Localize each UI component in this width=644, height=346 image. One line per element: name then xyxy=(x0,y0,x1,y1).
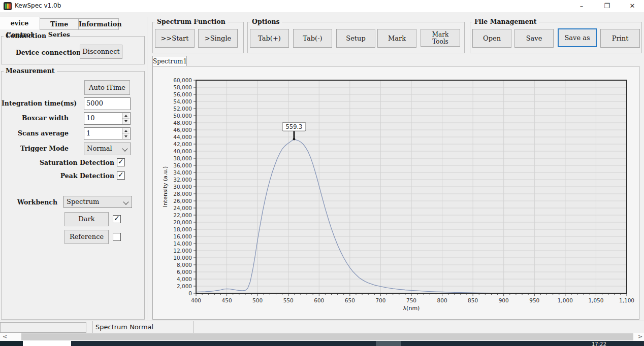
spin-up-icon[interactable] xyxy=(122,128,130,134)
dark-button[interactable]: Dark xyxy=(65,212,109,226)
spectrum-plot: 4004505005506006507007508008509009501,00… xyxy=(153,66,639,319)
workbench-select[interactable]: Spectrum xyxy=(63,196,132,208)
scans-average-value: 1 xyxy=(86,129,90,137)
mark-tools-button[interactable]: Mark Tools xyxy=(421,29,460,47)
taskbar-start-button[interactable] xyxy=(0,341,23,346)
tab-spectrum1[interactable]: Spectrum1 xyxy=(152,56,187,67)
status-separator xyxy=(92,321,93,333)
close-button[interactable]: ✕ xyxy=(621,0,644,12)
device-connection-label: Device connection xyxy=(16,49,69,56)
spin-down-icon[interactable] xyxy=(122,134,130,139)
svg-text:1,050: 1,050 xyxy=(588,297,603,303)
workbench-value: Spectrum xyxy=(67,198,99,205)
svg-text:50,000: 50,000 xyxy=(173,113,192,119)
svg-text:30,000: 30,000 xyxy=(173,184,192,190)
spin-down-icon[interactable] xyxy=(122,119,130,124)
svg-text:24,000: 24,000 xyxy=(173,205,192,211)
single-button[interactable]: >Single xyxy=(198,29,238,48)
status-separator xyxy=(193,321,194,333)
trigger-mode-select[interactable]: Normal xyxy=(84,143,131,155)
svg-text:750: 750 xyxy=(406,297,416,303)
taskbar-app-button[interactable] xyxy=(376,341,401,346)
tab-time-series[interactable]: Time Series xyxy=(40,18,79,30)
svg-text:650: 650 xyxy=(345,297,355,303)
print-button[interactable]: Print xyxy=(600,29,640,48)
trigger-mode-value: Normal xyxy=(87,145,112,152)
auto-itime-button[interactable]: Auto iTime xyxy=(84,80,130,95)
integration-time-label: Integration time(ms) xyxy=(2,99,69,107)
status-message: Spectrum Normal xyxy=(95,323,153,331)
options-group: Options Tab(+) Tab(-) Setup Mark Mark To… xyxy=(247,22,465,53)
svg-text:36,000: 36,000 xyxy=(173,162,192,168)
scans-average-input[interactable]: 1 xyxy=(84,127,131,140)
setup-button[interactable]: Setup xyxy=(336,29,375,48)
svg-text:26,000: 26,000 xyxy=(173,198,192,204)
mark-button[interactable]: Mark xyxy=(377,29,416,48)
tab-information[interactable]: Information xyxy=(78,18,119,30)
svg-text:600: 600 xyxy=(314,297,324,303)
taskbar-clock: 17:22 xyxy=(592,341,606,346)
svg-text:550: 550 xyxy=(283,297,294,303)
disconnect-button[interactable]: Disconnect xyxy=(80,45,122,59)
peak-detection-label: Peak Detection xyxy=(2,172,114,180)
reference-button[interactable]: Reference xyxy=(65,230,109,244)
svg-text:1,000: 1,000 xyxy=(558,297,573,303)
saturation-detection-checkbox[interactable] xyxy=(117,158,125,166)
integration-time-input[interactable]: 5000 xyxy=(84,97,131,110)
save-button[interactable]: Save xyxy=(514,29,554,48)
svg-text:56,000: 56,000 xyxy=(173,91,192,97)
title-bar: KewSpec v1.0b – ❐ ✕ xyxy=(0,0,644,12)
svg-text:400: 400 xyxy=(191,297,201,303)
svg-text:6,000: 6,000 xyxy=(177,269,192,275)
minimize-button[interactable]: – xyxy=(570,0,593,12)
svg-text:800: 800 xyxy=(437,297,447,303)
svg-text:0: 0 xyxy=(188,290,192,296)
save-as-button[interactable]: Save as xyxy=(558,28,597,47)
app-icon xyxy=(4,2,12,10)
open-button[interactable]: Open xyxy=(472,29,511,48)
spectrum-function-title: Spectrum Function xyxy=(155,18,228,26)
trigger-mode-label: Trigger Mode xyxy=(2,145,69,152)
start-button[interactable]: >>Start xyxy=(155,29,195,48)
svg-text:60,000: 60,000 xyxy=(173,77,192,83)
saturation-detection-label: Saturation Detection xyxy=(2,159,114,166)
scrollbar-thumb[interactable] xyxy=(21,333,633,340)
chevron-down-icon xyxy=(123,199,128,204)
tab-plus-button[interactable]: Tab(+) xyxy=(250,29,289,48)
app-icon-stripe-red xyxy=(9,4,11,9)
svg-text:52,000: 52,000 xyxy=(173,106,192,112)
dark-checkbox[interactable] xyxy=(113,215,121,223)
scroll-right-icon[interactable]: > xyxy=(638,333,642,340)
spectrum-function-group: Spectrum Function >>Start >Single xyxy=(152,22,244,53)
scans-average-label: Scans average xyxy=(2,129,69,137)
horizontal-scrollbar[interactable]: < > xyxy=(0,333,644,341)
tab-minus-button[interactable]: Tab(-) xyxy=(293,29,332,48)
measurement-group-title: Measurement xyxy=(4,67,57,75)
options-title: Options xyxy=(250,18,282,26)
file-management-title: File Management xyxy=(472,18,539,26)
workbench-label: Workbench xyxy=(2,198,57,206)
boxcar-width-label: Boxcar width xyxy=(2,114,69,122)
chevron-down-icon xyxy=(122,146,127,151)
svg-text:46,000: 46,000 xyxy=(173,127,192,133)
spectrum-chart-svg: 4004505005506006507007508008509009501,00… xyxy=(153,66,639,319)
app-icon-stripe-green xyxy=(5,4,7,9)
file-management-group: File Management Open Save Save as Print xyxy=(470,22,642,53)
peak-marker-dot xyxy=(293,138,296,141)
boxcar-width-input[interactable]: 10 xyxy=(84,112,131,125)
peak-detection-checkbox[interactable] xyxy=(117,171,125,180)
scroll-left-icon[interactable]: < xyxy=(3,333,7,340)
svg-text:1,100: 1,100 xyxy=(619,297,634,303)
svg-text:54,000: 54,000 xyxy=(173,98,192,105)
reference-checkbox[interactable] xyxy=(113,233,121,241)
svg-text:8,000: 8,000 xyxy=(177,262,192,268)
taskbar: 17:22 xyxy=(0,341,644,346)
svg-text:850: 850 xyxy=(468,297,478,303)
chart-panel: 4004505005506006507007508008509009501,00… xyxy=(152,66,639,320)
tab-device-control[interactable]: evice Control xyxy=(0,17,40,29)
restore-button[interactable]: ❐ xyxy=(595,0,619,12)
spin-up-icon[interactable] xyxy=(122,113,130,119)
svg-text:450: 450 xyxy=(222,297,232,303)
svg-text:14,000: 14,000 xyxy=(173,240,192,247)
svg-text:4,000: 4,000 xyxy=(177,276,192,282)
